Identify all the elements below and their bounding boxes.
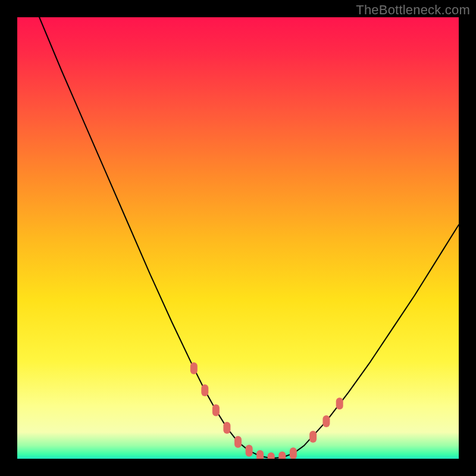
highlight-dot	[322, 415, 330, 427]
highlight-dot	[246, 445, 253, 457]
highlight-dot	[268, 452, 275, 459]
highlight-dot	[309, 431, 317, 443]
highlight-dot	[256, 450, 264, 459]
highlight-dot	[201, 384, 208, 396]
highlight-dot	[234, 436, 242, 448]
highlight-dot	[190, 362, 198, 374]
highlight-dot	[278, 452, 286, 459]
plot-area	[17, 17, 459, 459]
bottleneck-curve	[39, 17, 459, 458]
curve-svg	[17, 17, 459, 459]
highlight-dots	[190, 362, 343, 459]
highlight-dot	[223, 422, 230, 434]
highlight-dot	[212, 404, 220, 416]
highlight-dot	[336, 397, 343, 409]
watermark-text: TheBottleneck.com	[356, 2, 470, 18]
chart-frame: TheBottleneck.com	[0, 0, 476, 476]
highlight-dot	[290, 447, 297, 459]
